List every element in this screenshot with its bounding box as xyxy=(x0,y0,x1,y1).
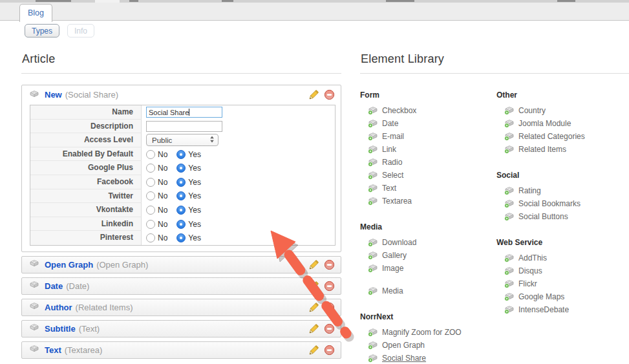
element-panel-author[interactable]: Author(Related Items) xyxy=(21,299,341,316)
form-row-twitter: TwitterNoYes xyxy=(30,189,335,204)
twitter-radio-no[interactable]: No xyxy=(146,191,167,200)
element-panel-open-graph[interactable]: Open Graph(Open Graph) xyxy=(21,256,341,273)
form-row-pinterest: PinterestNoYes xyxy=(30,231,335,245)
library-item-select[interactable]: Select xyxy=(360,169,496,182)
library-item-magnify-zoom-for-zoo[interactable]: Magnify Zoom for ZOO xyxy=(360,326,496,339)
vkontakte-radio-no[interactable]: No xyxy=(146,206,167,215)
radio-unselected-icon[interactable] xyxy=(146,164,155,173)
library-columns: Form Checkbox Date E-mail Link Radio Sel… xyxy=(360,91,629,364)
radio-unselected-icon[interactable] xyxy=(146,233,155,242)
library-item-image[interactable]: Image xyxy=(360,262,496,275)
radio-option-label: Yes xyxy=(188,178,201,187)
library-item-text[interactable]: Text xyxy=(360,182,496,195)
pencil-icon[interactable] xyxy=(308,281,319,292)
library-item-date[interactable]: Date xyxy=(360,117,496,130)
library-item-radio[interactable]: Radio xyxy=(360,156,496,169)
library-item-gallery[interactable]: Gallery xyxy=(360,249,496,262)
radio-selected-icon[interactable] xyxy=(176,220,186,229)
radio-unselected-icon[interactable] xyxy=(146,206,155,215)
library-item-e-mail[interactable]: E-mail xyxy=(360,130,496,143)
radio-selected-icon[interactable] xyxy=(176,178,186,187)
radio-unselected-icon[interactable] xyxy=(146,191,155,200)
library-column: Form Checkbox Date E-mail Link Radio Sel… xyxy=(360,91,496,364)
library-item-related-categories[interactable]: Related Categories xyxy=(496,130,629,143)
linkedin-radio-yes[interactable]: Yes xyxy=(176,220,201,229)
minus-circle-icon[interactable] xyxy=(324,259,335,270)
radio-selected-icon[interactable] xyxy=(176,233,186,242)
radio-selected-icon[interactable] xyxy=(176,206,186,215)
lego-brick-add-icon xyxy=(368,285,378,297)
library-item-intensedebate[interactable]: IntenseDebate xyxy=(496,303,629,316)
library-item-country[interactable]: Country xyxy=(496,104,629,117)
library-item-google-maps[interactable]: Google Maps xyxy=(496,290,629,303)
library-item-download[interactable]: Download xyxy=(360,236,496,249)
library-item-addthis[interactable]: AddThis xyxy=(496,252,629,264)
google-plus-radio-yes[interactable]: Yes xyxy=(176,164,201,173)
pencil-icon[interactable] xyxy=(308,345,319,356)
library-item-label: Open Graph xyxy=(382,341,425,350)
pencil-icon[interactable] xyxy=(308,323,319,334)
radio-unselected-icon[interactable] xyxy=(146,220,155,229)
library-section-norrnext: NorrNext Magnify Zoom for ZOO Open Graph… xyxy=(360,312,496,364)
google-plus-radio-no[interactable]: No xyxy=(146,164,167,173)
facebook-radio-yes[interactable]: Yes xyxy=(176,178,201,187)
library-item-link[interactable]: Link xyxy=(360,143,496,156)
radio-selected-icon[interactable] xyxy=(176,164,186,173)
library-item-label: Rating xyxy=(518,186,541,195)
library-item-disqus[interactable]: Disqus xyxy=(496,264,629,277)
radio-option-label: Yes xyxy=(188,164,201,173)
field-value xyxy=(142,120,335,134)
library-item-media[interactable]: Media xyxy=(360,284,496,297)
radio-unselected-icon[interactable] xyxy=(146,150,155,159)
library-item-rating[interactable]: Rating xyxy=(496,184,629,197)
lego-brick-add-icon xyxy=(504,144,515,156)
minus-circle-icon[interactable] xyxy=(324,302,335,313)
info-button[interactable]: Info xyxy=(67,24,94,37)
tab-blog[interactable]: Blog xyxy=(19,4,52,22)
form-row-name: NameSocial Share xyxy=(30,105,335,120)
name-input[interactable]: Social Share xyxy=(146,107,222,118)
facebook-radio-no[interactable]: No xyxy=(146,178,167,187)
vkontakte-radio-yes[interactable]: Yes xyxy=(176,206,201,215)
minus-circle-icon[interactable] xyxy=(324,281,335,292)
minus-circle-icon[interactable] xyxy=(324,345,335,356)
lego-brick-add-icon xyxy=(368,131,378,143)
pinterest-radio-no[interactable]: No xyxy=(146,233,167,242)
element-panel-subtitle[interactable]: Subtitle(Text) xyxy=(21,320,341,337)
linkedin-radio-no[interactable]: No xyxy=(146,220,167,229)
library-item-social-bookmarks[interactable]: Social Bookmarks xyxy=(496,197,629,210)
access-level-select[interactable]: Public xyxy=(146,134,219,146)
lego-brick-icon xyxy=(29,279,39,292)
form-row-description: Description xyxy=(30,120,335,134)
element-type: (Related Items) xyxy=(76,303,133,312)
radio-selected-icon[interactable] xyxy=(176,150,186,159)
minus-circle-icon[interactable] xyxy=(324,89,335,100)
enabled-by-default-radio-no[interactable]: No xyxy=(146,150,167,159)
radio-selected-icon[interactable] xyxy=(176,191,186,200)
library-item-flickr[interactable]: Flickr xyxy=(496,277,629,290)
minus-circle-icon[interactable] xyxy=(324,323,335,334)
library-item-joomla-module[interactable]: Joomla Module xyxy=(496,117,629,130)
pencil-icon[interactable] xyxy=(308,259,319,270)
pencil-icon[interactable] xyxy=(308,89,319,100)
pinterest-radio-yes[interactable]: Yes xyxy=(176,233,201,242)
library-item-related-items[interactable]: Related Items xyxy=(496,143,629,156)
description-input[interactable] xyxy=(146,121,222,132)
types-button[interactable]: Types xyxy=(25,24,59,37)
library-item-textarea[interactable]: Textarea xyxy=(360,195,496,208)
library-item-social-buttons[interactable]: Social Buttons xyxy=(496,210,629,223)
library-item-label: Radio xyxy=(382,158,402,167)
library-item-checkbox[interactable]: Checkbox xyxy=(360,104,496,117)
enabled-by-default-radio-yes[interactable]: Yes xyxy=(176,150,201,159)
library-item-social-share[interactable]: Social Share xyxy=(360,352,496,364)
lego-brick-add-icon xyxy=(504,105,515,117)
library-section-header: Other xyxy=(496,91,629,100)
library-item-open-graph[interactable]: Open Graph xyxy=(360,339,496,352)
element-panel-date[interactable]: Date(Date) xyxy=(21,277,341,295)
pencil-icon[interactable] xyxy=(308,302,319,313)
radio-unselected-icon[interactable] xyxy=(146,178,155,187)
library-section-web-service: Web Service AddThis Disqus Flickr Google… xyxy=(496,238,629,316)
element-panel-text[interactable]: Text(Textarea) xyxy=(21,341,341,359)
twitter-radio-yes[interactable]: Yes xyxy=(176,191,201,200)
form-row-linkedin: LinkedinNoYes xyxy=(30,217,335,231)
